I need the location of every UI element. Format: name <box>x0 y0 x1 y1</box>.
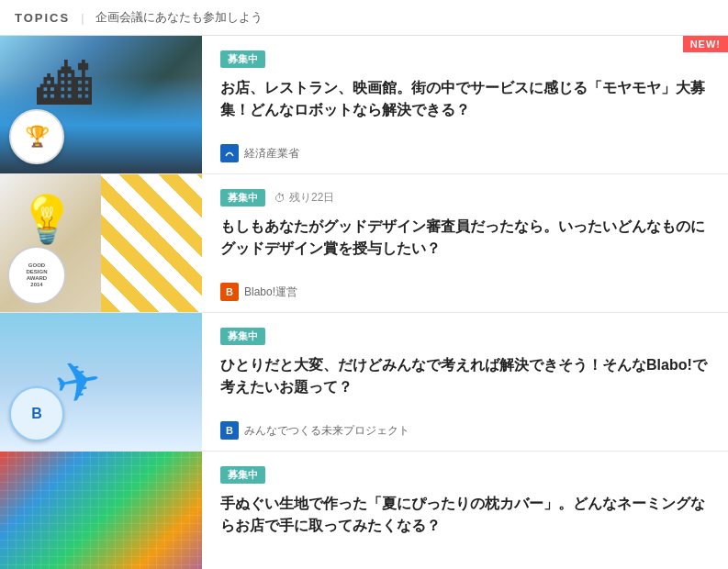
author-icon-3: B <box>220 421 239 440</box>
topic-content-2: 募集中 ⏱ 残り22日 もしもあなたがグッドデザイン審査員だったなら。いったいど… <box>202 174 728 312</box>
topic-title-4: 手ぬぐい生地で作った「夏にぴったりの枕カバー」。どんなネーミングならお店で手に取… <box>220 493 713 537</box>
topic-item-4[interactable]: 募集中 手ぬぐい生地で作った「夏にぴったりの枕カバー」。どんなネーミングならお店… <box>0 452 728 569</box>
topic-list: 🏆 NEW! 募集中 お店、レストラン、映画館。街の中でサービスに感じる「モヤモ… <box>0 36 728 569</box>
fabric-image <box>0 452 202 569</box>
topic-meta-1: 募集中 <box>220 50 713 68</box>
blabo-badge: B <box>9 386 64 441</box>
page-header: TOPICS | 企画会議にあなたも参加しよう <box>0 0 728 36</box>
topic-item-3[interactable]: B 募集中 ひとりだと大変、だけどみんなで考えれば解決できそう！そんなBlabo… <box>0 313 728 452</box>
page-title: TOPICS <box>15 11 70 25</box>
topic-title-1: お店、レストラン、映画館。街の中でサービスに感じる「モヤモヤ」大募集！どんなロボ… <box>220 77 713 121</box>
author-icon-2: B <box>220 283 239 301</box>
page-wrapper: TOPICS | 企画会議にあなたも参加しよう 🏆 NEW! 募集中 お店、レス… <box>0 0 728 569</box>
topic-title-3: ひとりだと大変、だけどみんなで考えれば解決できそう！そんなBlabo!で考えたい… <box>220 354 713 398</box>
topic-content-1: NEW! 募集中 お店、レストラン、映画館。街の中でサービスに感じる「モヤモヤ」… <box>202 36 728 173</box>
topic-image-1: 🏆 <box>0 36 202 173</box>
topic-image-3: B <box>0 313 202 451</box>
author-name-3: みんなでつくる未来プロジェクト <box>244 423 409 439</box>
author-name-1: 経済産業省 <box>244 146 299 162</box>
topic-author-3: B みんなでつくる未来プロジェクト <box>220 421 713 440</box>
topic-meta-3: 募集中 <box>220 328 713 345</box>
author-name-2: Blabo!運営 <box>244 284 297 300</box>
topic-meta-2: 募集中 ⏱ 残り22日 <box>220 189 713 206</box>
deadline-2: ⏱ 残り22日 <box>274 190 334 206</box>
topic-content-4: 募集中 手ぬぐい生地で作った「夏にぴったりの枕カバー」。どんなネーミングならお店… <box>202 452 728 569</box>
author-icon-1 <box>220 144 239 162</box>
good-design-badge: GOOD DESIGN AWARD 2014 <box>7 246 66 305</box>
topic-author-1: 経済産業省 <box>220 144 713 162</box>
status-badge-2: 募集中 <box>220 189 265 206</box>
status-badge-4: 募集中 <box>220 466 265 484</box>
clock-icon: ⏱ <box>274 192 286 205</box>
topic-item-2[interactable]: GOOD DESIGN AWARD 2014 募集中 ⏱ 残り22日 もしもあな… <box>0 174 728 313</box>
topic-item-1[interactable]: 🏆 NEW! 募集中 お店、レストラン、映画館。街の中でサービスに感じる「モヤモ… <box>0 36 728 174</box>
topic-content-3: 募集中 ひとりだと大変、だけどみんなで考えれば解決できそう！そんなBlabo!で… <box>202 313 728 451</box>
topic-image-4 <box>0 452 202 569</box>
new-badge: NEW! <box>683 36 728 52</box>
status-badge-1: 募集中 <box>220 50 265 68</box>
status-badge-3: 募集中 <box>220 328 265 345</box>
deadline-text-2: 残り22日 <box>289 190 334 206</box>
topic-image-2: GOOD DESIGN AWARD 2014 <box>0 174 202 312</box>
header-divider: | <box>81 11 84 25</box>
topic-meta-4: 募集中 <box>220 466 713 484</box>
header-subtitle: 企画会議にあなたも参加しよう <box>95 9 263 26</box>
topic-title-2: もしもあなたがグッドデザイン審査員だったなら。いったいどんなものにグッドデザイン… <box>220 216 713 260</box>
topic-author-2: B Blabo!運営 <box>220 283 713 301</box>
trophy-badge: 🏆 <box>9 109 64 164</box>
